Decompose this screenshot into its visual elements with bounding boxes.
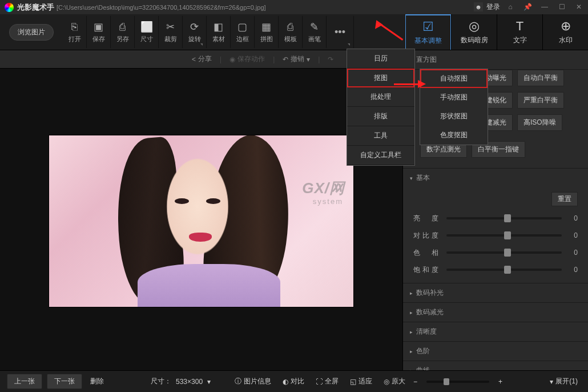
undo-icon: ↶ [283, 55, 288, 63]
tab-digital[interactable]: ◎数码暗房 [451, 14, 497, 50]
tool-open[interactable]: ⎘打开 [63, 16, 87, 48]
tool-size[interactable]: ⬜尺寸 [135, 16, 159, 48]
status-bar: 上一张 下一张 删除 尺寸： 533×300 ▾ ⓘ图片信息 ◐对比 ⛶全屏 ◱… [0, 370, 588, 392]
chevron-down-icon: ▾ [307, 55, 310, 63]
record-icon: ◉ [229, 55, 235, 63]
fit-button[interactable]: ◱适应 [347, 375, 376, 387]
info-icon: ⓘ [235, 377, 241, 386]
btn-iso-noise[interactable]: 高ISO降噪 [517, 114, 562, 131]
fullscreen-button[interactable]: ⛶全屏 [312, 375, 342, 387]
section-basic[interactable]: ▾基本 [403, 169, 588, 187]
slider-saturation: 饱和度 0 [413, 261, 578, 278]
contrast-slider[interactable] [446, 234, 562, 237]
camera-icon: ◎ [469, 19, 480, 34]
submenu-auto-cutout[interactable]: 自动抠图 [420, 69, 488, 88]
tool-rotate[interactable]: ⟳旋转 [183, 16, 207, 48]
reset-button[interactable]: 重置 [551, 192, 578, 206]
open-icon: ⎘ [71, 21, 78, 33]
section-curves[interactable]: ▸曲线 [403, 361, 588, 370]
size-value: 533×300 [176, 378, 203, 386]
menu-batch[interactable]: 批处理 [347, 87, 414, 107]
rotate-icon: ⟳ [190, 21, 199, 33]
workspace: GX/网 system [0, 69, 402, 370]
more-dropdown: 日历 抠图 批处理 排版 工具 自定义工具栏 [347, 49, 415, 166]
section-levels[interactable]: ▸色阶 [403, 342, 588, 361]
menu-layout[interactable]: 排版 [347, 107, 414, 126]
chevron-down-icon[interactable]: ▾ [207, 378, 211, 386]
more-icon: ••• [335, 26, 345, 38]
saturation-slider[interactable] [446, 269, 562, 271]
zoom-in-icon[interactable]: + [498, 378, 502, 386]
menu-calendar[interactable]: 日历 [347, 49, 414, 69]
tool-brush[interactable]: ✎画笔 [303, 16, 327, 48]
original-button[interactable]: ◎原大 [380, 375, 409, 387]
watermark-text: GX/网 [302, 178, 345, 198]
template-icon: ⎙ [287, 21, 293, 33]
fit-icon: ◱ [350, 378, 356, 386]
save-action-button[interactable]: ◉保存动作 [226, 53, 268, 65]
settings-icon[interactable]: ⌂ [504, 1, 517, 13]
redo-button[interactable]: ↷ [324, 54, 337, 65]
section-fill-light[interactable]: ▸数码补光 [403, 283, 588, 302]
redo-icon: ↷ [328, 55, 333, 63]
chevron-down-icon: ▾ [410, 175, 413, 181]
minimize-button[interactable]: — [538, 1, 551, 13]
zoom-slider[interactable] [426, 381, 489, 383]
section-histogram[interactable]: ▸直方图 [403, 50, 588, 69]
tool-crop[interactable]: ✂裁剪 [159, 16, 183, 48]
main-tabs: ☑基本调整 ◎数码暗房 T文字 ⊕水印 [405, 14, 588, 50]
cutout-submenu: 自动抠图 手动抠图 形状抠图 色度抠图 [420, 69, 488, 145]
maximize-button[interactable]: ☐ [555, 1, 569, 13]
section-clarity[interactable]: ▸清晰度 [403, 322, 588, 341]
btn-auto-wb[interactable]: 自动白平衡 [517, 70, 564, 86]
section-reduce-light[interactable]: ▸数码减光 [403, 303, 588, 322]
undo-button[interactable]: ↶撤销▾ [279, 53, 313, 65]
crop-icon: ✂ [166, 21, 175, 33]
tool-collage[interactable]: ▦拼图 [255, 16, 279, 48]
dropdown-arrow-icon [200, 43, 203, 46]
dropdown-arrow-icon [348, 43, 350, 46]
menu-tools[interactable]: 工具 [347, 126, 414, 146]
slider-hue: 色 相 0 [413, 244, 578, 261]
tab-text[interactable]: T文字 [497, 14, 542, 50]
brush-icon: ✎ [310, 21, 319, 33]
chevron-down-icon: ▾ [550, 378, 553, 386]
watermark-icon: ⊕ [561, 19, 571, 34]
delete-button[interactable]: 删除 [87, 375, 107, 387]
pin-icon[interactable]: 📌 [521, 1, 534, 13]
btn-heavy-wb[interactable]: 严重白平衡 [517, 92, 564, 109]
menu-custom[interactable]: 自定义工具栏 [347, 146, 414, 165]
submenu-chroma-cutout[interactable]: 色度抠图 [420, 126, 488, 145]
size-label: 尺寸： [151, 377, 171, 386]
tab-watermark[interactable]: ⊕水印 [542, 14, 588, 50]
tool-save[interactable]: ▣保存 [87, 16, 111, 48]
canvas-image[interactable]: GX/网 system [49, 135, 353, 307]
tool-border[interactable]: ▢边框 [231, 16, 255, 48]
submenu-shape-cutout[interactable]: 形状抠图 [420, 107, 488, 126]
login-link[interactable]: 登录 [486, 2, 500, 12]
share-button[interactable]: <分享 [188, 53, 215, 65]
tool-more[interactable]: ••• [327, 16, 354, 48]
browse-button[interactable]: 浏览图片 [9, 24, 54, 41]
close-button[interactable]: ✕ [572, 1, 586, 13]
border-icon: ▢ [237, 21, 247, 33]
compare-button[interactable]: ◐对比 [279, 375, 308, 387]
prev-button[interactable]: 上一张 [7, 374, 42, 389]
next-button[interactable]: 下一张 [47, 374, 82, 389]
share-icon: < [192, 55, 196, 63]
watermark-subtext: system [313, 197, 343, 206]
tool-saveas[interactable]: ⎙另存 [111, 16, 135, 48]
tab-basic[interactable]: ☑基本调整 [405, 14, 451, 50]
expand-button[interactable]: ▾展开(1) [546, 375, 581, 387]
info-button[interactable]: ⓘ图片信息 [231, 375, 275, 387]
submenu-manual-cutout[interactable]: 手动抠图 [420, 88, 488, 107]
hue-slider[interactable] [446, 251, 562, 254]
material-icon: ◧ [214, 21, 223, 33]
slider-brightness: 亮 度 0 [413, 210, 578, 227]
tool-template[interactable]: ⎙模板 [279, 16, 303, 48]
zoom-out-icon[interactable]: − [413, 378, 417, 386]
brightness-slider[interactable] [446, 217, 562, 219]
annotation-arrow [394, 83, 421, 85]
compare-icon: ◐ [283, 378, 288, 386]
tool-material[interactable]: ◧素材 [207, 16, 231, 48]
